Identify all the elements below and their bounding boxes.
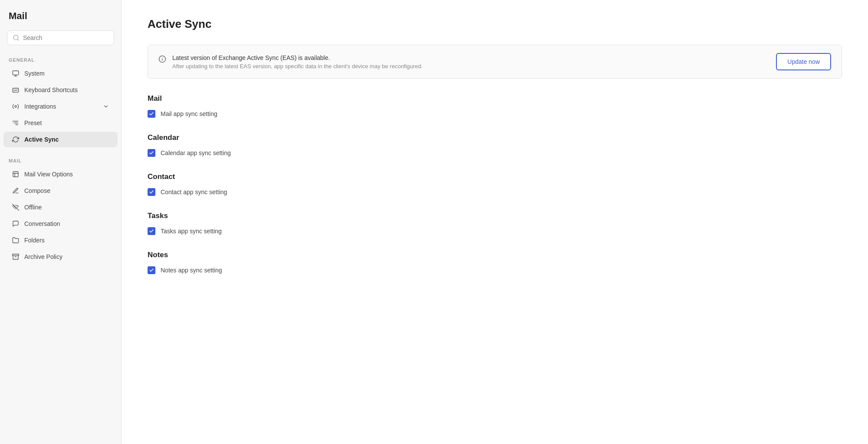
info-banner-left: Latest version of Exchange Active Sync (…	[158, 54, 423, 70]
keyboard-icon	[12, 86, 19, 93]
preset-icon	[12, 119, 19, 126]
sidebar-item-label-preset: Preset	[24, 119, 42, 126]
sidebar-item-label-active-sync: Active Sync	[24, 136, 59, 143]
info-banner-text: Latest version of Exchange Active Sync (…	[172, 54, 423, 70]
update-now-button[interactable]: Update now	[776, 53, 831, 70]
info-icon	[158, 55, 166, 63]
sync-option-mail-section: Mail app sync setting	[148, 110, 842, 118]
section-label-mail: MAIL	[0, 155, 121, 166]
svg-rect-18	[13, 172, 18, 177]
sync-section-tasks-section: TasksTasks app sync setting	[148, 212, 842, 235]
sync-section-title-mail-section: Mail	[148, 94, 842, 103]
banner-sub-text: After updating to the latest EAS version…	[172, 63, 423, 70]
sync-icon	[12, 136, 19, 143]
sidebar-item-label-integrations: Integrations	[24, 103, 56, 110]
sidebar-item-label-archive: Archive Policy	[24, 253, 62, 260]
mail-view-icon	[12, 171, 19, 178]
sync-option-calendar-section: Calendar app sync setting	[148, 149, 842, 157]
sidebar-title: Mail	[0, 10, 121, 30]
sidebar-item-system[interactable]: System	[3, 66, 118, 81]
sync-section-title-contact-section: Contact	[148, 172, 842, 181]
sidebar-item-preset[interactable]: Preset	[3, 115, 118, 131]
check-icon	[149, 268, 154, 273]
check-icon	[149, 150, 154, 156]
sidebar-item-archive-policy[interactable]: Archive Policy	[3, 249, 118, 265]
svg-point-12	[15, 106, 16, 107]
sidebar-item-label-keyboard: Keyboard Shortcuts	[24, 86, 78, 93]
sync-option-label-contact-section: Contact app sync setting	[161, 189, 227, 195]
check-icon	[149, 111, 154, 116]
sidebar-item-offline[interactable]: Offline	[3, 199, 118, 215]
sidebar-item-folders[interactable]: Folders	[3, 232, 118, 248]
sync-section-mail-section: MailMail app sync setting	[148, 94, 842, 118]
folders-icon	[12, 237, 19, 244]
sync-option-contact-section: Contact app sync setting	[148, 188, 842, 196]
conversation-icon	[12, 220, 19, 227]
checkbox-contact-section[interactable]	[148, 188, 155, 196]
chevron-down-icon	[103, 103, 109, 109]
sync-section-contact-section: ContactContact app sync setting	[148, 172, 842, 196]
svg-point-16	[13, 121, 13, 121]
sidebar-item-active-sync[interactable]: Active Sync	[3, 132, 118, 147]
sync-section-calendar-section: CalendarCalendar app sync setting	[148, 133, 842, 157]
banner-main-text: Latest version of Exchange Active Sync (…	[172, 54, 423, 61]
monitor-icon	[12, 70, 19, 77]
integrations-icon	[12, 103, 19, 110]
section-label-general: GENERAL	[0, 54, 121, 65]
sidebar: Mail GENERAL System Keyboard Shortcuts I…	[0, 0, 122, 444]
sync-section-notes-section: NotesNotes app sync setting	[148, 251, 842, 274]
sidebar-item-label-mail-view: Mail View Options	[24, 171, 73, 178]
main-content: Active Sync Latest version of Exchange A…	[122, 0, 868, 444]
search-input[interactable]	[23, 34, 108, 41]
sidebar-item-label-compose: Compose	[24, 187, 50, 194]
archive-icon	[12, 253, 19, 260]
checkbox-calendar-section[interactable]	[148, 149, 155, 157]
sidebar-item-label-offline: Offline	[24, 204, 42, 211]
check-icon	[149, 189, 154, 195]
sidebar-item-keyboard-shortcuts[interactable]: Keyboard Shortcuts	[3, 82, 118, 98]
sync-section-title-notes-section: Notes	[148, 251, 842, 259]
sync-section-title-tasks-section: Tasks	[148, 212, 842, 220]
checkbox-tasks-section[interactable]	[148, 227, 155, 235]
sync-option-label-calendar-section: Calendar app sync setting	[161, 149, 231, 156]
compose-icon	[12, 187, 19, 194]
check-icon	[149, 229, 154, 234]
svg-line-1	[17, 39, 19, 40]
sync-option-label-notes-section: Notes app sync setting	[161, 267, 222, 274]
sync-option-label-tasks-section: Tasks app sync setting	[161, 228, 222, 235]
checkbox-notes-section[interactable]	[148, 266, 155, 274]
sync-option-notes-section: Notes app sync setting	[148, 266, 842, 274]
sidebar-item-integrations[interactable]: Integrations	[3, 99, 118, 114]
sync-option-tasks-section: Tasks app sync setting	[148, 227, 842, 235]
svg-rect-5	[13, 88, 18, 92]
sync-sections-container: MailMail app sync settingCalendarCalenda…	[148, 94, 842, 274]
sidebar-item-label-folders: Folders	[24, 237, 45, 244]
checkbox-mail-section[interactable]	[148, 110, 155, 118]
search-box[interactable]	[7, 30, 114, 45]
svg-rect-23	[13, 254, 19, 255]
info-banner: Latest version of Exchange Active Sync (…	[148, 45, 842, 79]
search-icon	[13, 34, 20, 41]
sidebar-item-compose[interactable]: Compose	[3, 183, 118, 199]
sidebar-item-conversation[interactable]: Conversation	[3, 216, 118, 232]
svg-point-17	[13, 123, 13, 123]
search-wrapper	[0, 30, 121, 54]
sync-option-label-mail-section: Mail app sync setting	[161, 110, 217, 117]
sidebar-item-label-system: System	[24, 70, 45, 77]
svg-rect-2	[13, 71, 18, 75]
offline-icon	[12, 204, 19, 211]
sidebar-item-label-conversation: Conversation	[24, 220, 60, 227]
sync-section-title-calendar-section: Calendar	[148, 133, 842, 142]
page-title: Active Sync	[148, 17, 842, 31]
sidebar-item-mail-view-options[interactable]: Mail View Options	[3, 166, 118, 182]
